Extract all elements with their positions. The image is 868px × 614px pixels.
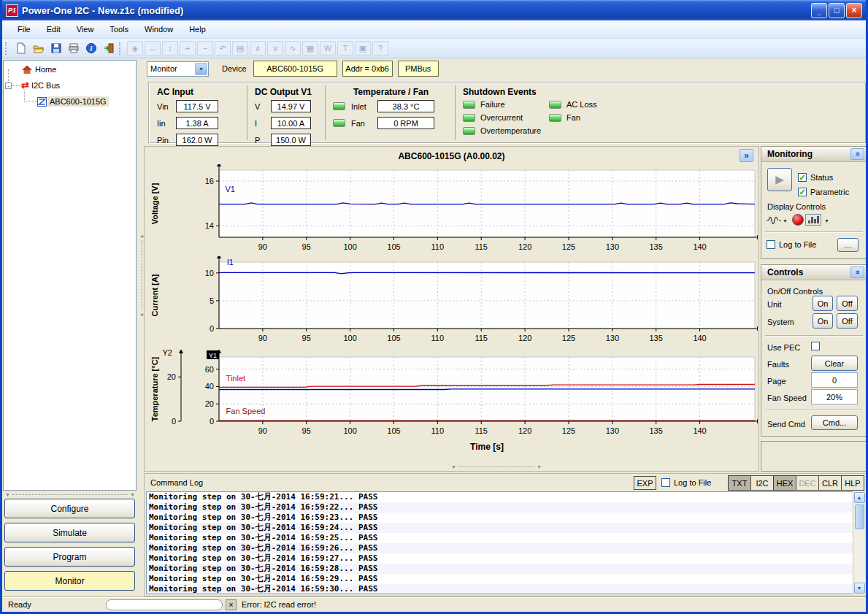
minimize-button[interactable]: _: [811, 3, 827, 18]
tree-item-device[interactable]: ABC600-1015G: [37, 96, 109, 107]
chevron-down-icon[interactable]: ▼: [824, 218, 829, 223]
svg-text:Voltage [V]: Voltage [V]: [150, 183, 159, 224]
histogram-display-icon[interactable]: [805, 214, 821, 226]
record-icon[interactable]: [792, 214, 804, 226]
txt-button[interactable]: TXT: [728, 475, 751, 491]
svg-text:95: 95: [302, 242, 311, 251]
ac-loss-led-icon: [549, 101, 561, 109]
new-file-icon[interactable]: [13, 41, 29, 56]
menu-window[interactable]: Window: [137, 22, 181, 37]
exit-icon[interactable]: [101, 41, 117, 56]
status-checkbox-row: ✓ Status: [798, 173, 833, 182]
menu-help[interactable]: Help: [181, 22, 214, 37]
fan-speed-field[interactable]: 20%: [811, 389, 858, 404]
print-icon[interactable]: [66, 41, 82, 56]
section-title: Shutdown Events: [463, 87, 597, 97]
tree-expander[interactable]: -: [5, 82, 12, 89]
shutdown-events-section: Shutdown Events Failure AC Loss Overcurr…: [455, 85, 603, 140]
scroll-up-icon[interactable]: ▲: [854, 492, 865, 503]
close-button[interactable]: ×: [846, 3, 862, 18]
use-pec-checkbox[interactable]: [811, 342, 820, 350]
svg-text:115: 115: [475, 242, 488, 251]
log-to-file-checkbox[interactable]: [661, 478, 670, 487]
export-button[interactable]: EXP: [634, 476, 656, 490]
system-on-button[interactable]: On: [813, 313, 833, 329]
menu-tools[interactable]: Tools: [101, 22, 137, 37]
pin-label: Pin: [157, 136, 176, 145]
collapse-panel-button[interactable]: »: [850, 266, 864, 278]
program-button[interactable]: Program: [4, 547, 135, 567]
toolbar-grip[interactable]: [119, 42, 123, 55]
save-icon[interactable]: [48, 41, 64, 56]
collapse-down-icon[interactable]: ▼: [5, 492, 10, 497]
scrollbar-thumb[interactable]: [855, 504, 864, 529]
svg-text:40: 40: [205, 382, 214, 391]
chart-log-splitter[interactable]: ▼ ▼: [451, 464, 542, 470]
svg-text:105: 105: [387, 334, 400, 342]
unit-on-button[interactable]: On: [813, 296, 833, 311]
collapse-panel-button[interactable]: »: [850, 148, 864, 160]
page-field[interactable]: 0: [811, 372, 858, 388]
system-off-button[interactable]: Off: [837, 313, 858, 329]
maximize-button[interactable]: □: [829, 3, 845, 18]
menu-file[interactable]: File: [9, 22, 39, 37]
svg-text:Current [A]: Current [A]: [150, 274, 159, 316]
clear-faults-button[interactable]: Clear: [811, 356, 858, 371]
collapse-down-icon[interactable]: ▼: [451, 464, 456, 469]
monitor-button[interactable]: Monitor: [4, 571, 135, 591]
browse-button[interactable]: ...: [837, 238, 859, 252]
collapse-down-icon[interactable]: ▼: [537, 464, 542, 469]
event-label: Fan: [566, 113, 580, 122]
close-icon: ×: [851, 4, 856, 18]
log-entry: Monitoring step on 30-七月-2014 16:59:25..…: [147, 533, 864, 543]
clear-error-button[interactable]: ×: [226, 599, 237, 610]
chevron-down-icon[interactable]: ▼: [195, 63, 207, 75]
svg-text:90: 90: [258, 334, 267, 342]
v-label: V: [255, 102, 271, 111]
status-checkbox[interactable]: ✓: [798, 173, 807, 182]
splitter-handle[interactable]: [142, 240, 142, 310]
tree-item-home[interactable]: Home: [21, 64, 58, 75]
tree-item-i2c-bus[interactable]: ⇄ I2C Bus: [21, 80, 62, 91]
mode-select[interactable]: Monitor ▼: [147, 61, 209, 77]
collapse-down-icon[interactable]: ▼: [130, 492, 135, 497]
unit-off-button[interactable]: Off: [837, 296, 858, 311]
scroll-down-icon[interactable]: ▼: [854, 583, 865, 594]
section-title: AC Input: [157, 87, 241, 97]
toolbar-grip[interactable]: [5, 42, 9, 55]
simulate-button[interactable]: Simulate: [4, 523, 135, 542]
vin-label: Vin: [157, 102, 176, 111]
expand-panel-button[interactable]: »: [740, 149, 753, 162]
about-icon[interactable]: i: [83, 41, 99, 56]
h-zoom-icon: ↔: [145, 41, 161, 55]
send-cmd-button[interactable]: Cmd...: [811, 415, 858, 430]
log-to-file-checkbox[interactable]: [767, 240, 775, 249]
svg-text:105: 105: [387, 426, 400, 435]
splitter-handle[interactable]: [12, 494, 128, 495]
fan-speed-label: Fan Speed: [767, 394, 807, 402]
waveform-display-icon[interactable]: [766, 215, 782, 226]
chevron-up-icon: »: [853, 152, 862, 156]
menu-view[interactable]: View: [69, 22, 102, 37]
nav-splitter[interactable]: ▼ ▼: [5, 491, 135, 498]
svg-text:90: 90: [258, 242, 267, 251]
hex-button[interactable]: HEX: [773, 475, 796, 491]
configure-button[interactable]: Configure: [4, 499, 135, 518]
help-icon: ?: [372, 41, 388, 55]
controls-header: Controls »: [761, 265, 867, 280]
start-monitoring-button[interactable]: ▶: [767, 168, 792, 191]
hlp-button[interactable]: HLP: [841, 475, 864, 491]
chevron-down-icon[interactable]: ▼: [783, 218, 788, 223]
log-scrollbar[interactable]: ▲ ▼: [853, 491, 865, 594]
event-label: Failure: [480, 100, 505, 109]
tree-line: [12, 85, 21, 86]
parametric-checkbox[interactable]: ✓: [798, 188, 807, 196]
i2c-button[interactable]: I2C: [750, 475, 774, 491]
open-file-icon[interactable]: [31, 41, 47, 56]
menu-edit[interactable]: Edit: [39, 22, 69, 37]
chevron-up-icon: »: [853, 270, 862, 275]
clr-button[interactable]: CLR: [818, 475, 842, 491]
toolbar: i ◈ ↔ ↕ + − ↶ ▤ ∧ ∨ ∿ ▦ W T ▣ ?: [2, 39, 866, 58]
splitter-handle[interactable]: [458, 467, 534, 467]
controls-title: Controls: [767, 267, 803, 277]
